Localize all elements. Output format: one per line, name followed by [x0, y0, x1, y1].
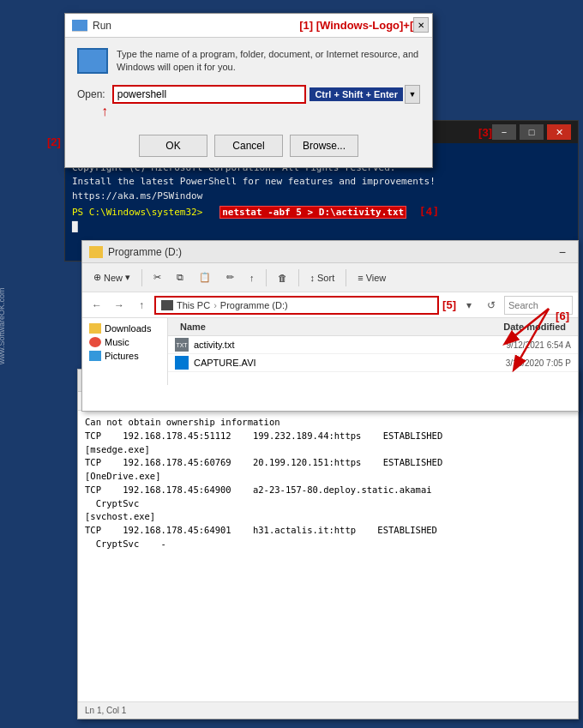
run-ok-button[interactable]: OK	[139, 135, 207, 157]
toolbar-sep-3	[298, 269, 299, 286]
notepad-line-7: CryptSvc	[85, 497, 571, 511]
explorer-icon	[89, 246, 103, 258]
notepad-line-1: Can not obtain ownership information	[85, 416, 571, 430]
downloads-icon	[89, 323, 101, 334]
view-label: View	[366, 273, 387, 283]
explorer-sidebar: Downloads Music Pictures	[82, 318, 168, 385]
run-arrow-annotation: ↑	[101, 104, 108, 119]
notepad-line-6: TCP 192.168.178.45:64900 a2-23-157-80.de…	[85, 484, 571, 497]
run-description: Type the name of a program, folder, docu…	[117, 48, 420, 75]
explorer-title: Programme (D:)	[108, 246, 554, 258]
explorer-titlebar: Programme (D:) −	[82, 241, 578, 263]
address-path[interactable]: This PC › Programme (D:)	[154, 296, 439, 315]
sidebar-url-text: www.SoftwareOK.com	[0, 287, 6, 364]
ps-line3: Install the latest PowerShell for new fe…	[72, 175, 571, 203]
notepad-line-3: [msedge.exe]	[85, 443, 571, 457]
run-close-button[interactable]: ✕	[413, 17, 429, 33]
sidebar-item-music[interactable]: Music	[86, 335, 164, 349]
run-dropdown-button[interactable]: ▼	[405, 85, 420, 104]
notepad-line-10: CryptSvc -	[85, 538, 571, 551]
view-icon: ≡	[358, 273, 363, 283]
activity-filename: activity.txt	[194, 340, 468, 350]
notepad-line-9: TCP 192.168.178.45:64901 h31.actalis.it:…	[85, 524, 571, 538]
activity-file-icon: TXT	[175, 338, 189, 352]
ps-cmd-label: [4]	[419, 205, 439, 218]
run-cancel-button[interactable]: Cancel	[214, 135, 283, 157]
path-thispc: This PC	[177, 300, 210, 310]
path-sep: ›	[213, 300, 217, 310]
run-icon	[72, 20, 87, 32]
ps-min-button[interactable]: −	[492, 124, 516, 140]
run-dialog: Run [1] [Windows-Logo]+[R] ✕ Type the na…	[64, 13, 433, 168]
ps-max-button[interactable]: □	[520, 124, 544, 140]
files-label: [6]	[556, 318, 569, 322]
notepad-line-4: TCP 192.168.178.45:60769 20.199.120.151:…	[85, 456, 571, 470]
path-drive: Programme (D:)	[220, 300, 288, 310]
explorer-new-button[interactable]: ⊕ New ▾	[89, 270, 135, 285]
share-icon: ↑	[249, 273, 255, 283]
notepad-window: activity.txt - Notepad File Edit Format …	[77, 369, 579, 719]
ps-prompt-line: PS C:\Windows\system32> netstat -abf 5 >…	[72, 203, 571, 220]
drive-icon	[161, 300, 173, 310]
files-name-header: Name	[175, 320, 468, 334]
explorer-toolbar: ⊕ New ▾ ✂ ⧉ 📋 ✏ ↑ 🗑	[82, 263, 578, 292]
new-icon: ⊕	[93, 272, 101, 283]
ps-title-label: [3]	[478, 126, 492, 139]
explorer-delete-button[interactable]: 🗑	[273, 271, 292, 285]
capture-file-icon	[175, 356, 189, 370]
paste-icon: 📋	[199, 272, 211, 283]
notepad-status-text: Ln 1, Col 1	[85, 706, 126, 715]
explorer-sort-button[interactable]: ↕ Sort	[306, 271, 340, 285]
address-label: [5]	[442, 298, 456, 311]
notepad-statusbar: Ln 1, Col 1	[78, 701, 578, 719]
dropdown-button[interactable]: ▾	[460, 296, 478, 315]
pictures-icon	[89, 351, 101, 361]
back-button[interactable]: ←	[87, 296, 106, 315]
run-bracket-2: [2]	[47, 135, 61, 148]
sidebar-item-downloads[interactable]: Downloads	[86, 322, 164, 335]
sort-label: Sort	[317, 273, 334, 283]
explorer-rename-button[interactable]: ✏	[222, 270, 238, 285]
explorer-view-button[interactable]: ≡ View	[353, 271, 390, 285]
ps-close-button[interactable]: ✕	[547, 124, 571, 140]
explorer-copy-button[interactable]: ⧉	[172, 270, 188, 285]
delete-icon: 🗑	[278, 273, 287, 283]
ps-prompt: PS C:\Windows\system32>	[72, 207, 202, 218]
toolbar-sep-2	[266, 269, 267, 286]
ps-cursor-line: █	[72, 220, 571, 235]
forward-button[interactable]: →	[110, 296, 129, 315]
explorer-paste-button[interactable]: 📋	[195, 270, 215, 285]
new-label: New	[104, 273, 123, 283]
toolbar-sep-4	[346, 269, 346, 286]
cut-icon: ✂	[153, 272, 161, 283]
sort-icon: ↕	[310, 273, 316, 283]
toolbar-sep-1	[141, 269, 142, 286]
copy-icon: ⧉	[177, 272, 183, 283]
explorer-min-button[interactable]: −	[554, 245, 571, 259]
run-dialog-titlebar: Run [1] [Windows-Logo]+[R] ✕	[65, 14, 432, 38]
run-browse-button[interactable]: Browse...	[290, 135, 358, 157]
music-label: Music	[105, 337, 129, 347]
run-open-label: Open:	[77, 88, 105, 100]
ps-command: netstat -abf 5 > D:\activity.txt	[219, 206, 406, 219]
run-shortcut-label: Ctrl + Shift + Enter	[310, 87, 403, 101]
run-open-input[interactable]	[112, 85, 307, 104]
notepad-content: Can not obtain ownership information TCP…	[78, 411, 578, 700]
notepad-line-8: [svchost.exe]	[85, 510, 571, 524]
downloads-label: Downloads	[105, 323, 151, 334]
notepad-line-5: [OneDrive.exe]	[85, 470, 571, 484]
run-pc-icon	[77, 48, 108, 74]
explorer-share-button[interactable]: ↑	[245, 271, 259, 285]
svg-line-0	[506, 309, 549, 343]
svg-line-1	[514, 309, 549, 369]
capture-filename: CAPTURE.AVI	[194, 358, 468, 368]
up-button[interactable]: ↑	[132, 296, 151, 315]
new-dropdown-icon: ▾	[125, 272, 130, 283]
run-dialog-title: Run	[93, 20, 292, 32]
explorer-cut-button[interactable]: ✂	[149, 270, 165, 285]
music-icon	[89, 337, 101, 347]
pictures-label: Pictures	[105, 351, 139, 361]
file-annotation-arrows	[489, 300, 557, 389]
rename-icon: ✏	[226, 272, 234, 283]
sidebar-item-pictures[interactable]: Pictures	[86, 349, 164, 363]
